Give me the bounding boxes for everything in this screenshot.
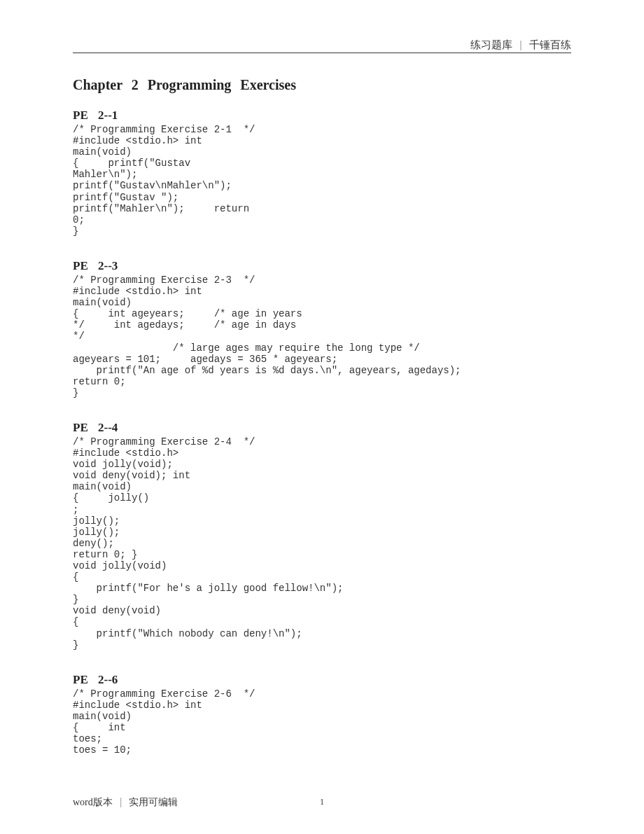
- document-content: Chapter 2 Programming Exercises PE 2-‐1 …: [73, 77, 571, 778]
- section-title-3: PE 2-‐4: [73, 421, 571, 435]
- chapter-title: Chapter 2 Programming Exercises: [73, 77, 571, 93]
- header-rule: [73, 53, 571, 53]
- code-block-2: /* Programming Exercise 2-3 */ #include …: [73, 274, 571, 398]
- page-header: 练习题库 | 千锤百练: [470, 39, 571, 52]
- code-block-3: /* Programming Exercise 2-4 */ #include …: [73, 436, 571, 651]
- header-divider: |: [519, 39, 522, 50]
- section-title-2: PE 2-‐3: [73, 259, 571, 273]
- page-number: 1: [320, 797, 324, 807]
- code-block-4: /* Programming Exercise 2-6 */ #include …: [73, 688, 571, 756]
- code-block-1: /* Programming Exercise 2-1 */ #include …: [73, 124, 571, 237]
- section-title-4: PE 2-‐6: [73, 673, 571, 687]
- footer-divider: |: [120, 796, 122, 807]
- footer-editable: 实用可编辑: [129, 796, 178, 807]
- page-footer: word版本 | 实用可编辑: [73, 796, 178, 809]
- footer-word: word: [73, 797, 93, 807]
- footer-version: 版本: [93, 796, 113, 807]
- header-right-text: 千锤百练: [529, 39, 571, 50]
- header-left-text: 练习题库: [470, 39, 512, 50]
- section-title-1: PE 2-‐1: [73, 109, 571, 123]
